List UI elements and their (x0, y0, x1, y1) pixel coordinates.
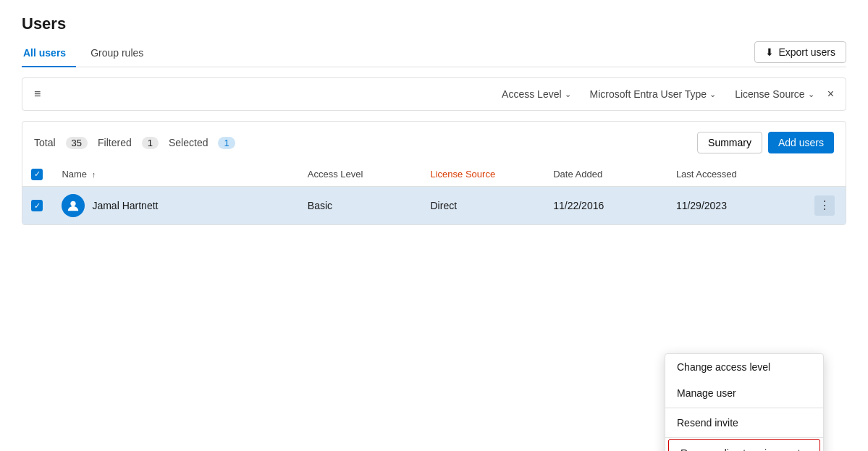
users-table: ✓ Name ↑ Access Level License Source Da (22, 162, 846, 224)
total-count: 35 (66, 137, 88, 149)
filter-bar: ≡ Access Level ⌄ Microsoft Entra User Ty… (22, 77, 846, 111)
page-title: Users (22, 14, 846, 33)
context-menu-divider-1 (665, 408, 823, 408)
table-stats: Total 35 Filtered 1 Selected 1 (34, 137, 235, 149)
date-col-label: Date Added (553, 169, 602, 180)
license-col-label: License Source (431, 169, 496, 180)
table-section: Total 35 Filtered 1 Selected 1 Summary A… (22, 121, 846, 225)
total-label: Total (34, 137, 56, 148)
filtered-count: 1 (142, 137, 159, 149)
row-license-cell: Direct (422, 186, 545, 224)
filtered-label: Filtered (98, 137, 132, 148)
column-headers: ✓ Name ↑ Access Level License Source Da (22, 162, 846, 186)
close-filter-icon[interactable]: × (827, 88, 834, 101)
name-column-header[interactable]: Name ↑ (53, 162, 298, 186)
context-menu-item-remove-direct[interactable]: Remove direct assignments (668, 439, 820, 451)
row-last-accessed-cell: 11/29/2023 (667, 186, 806, 224)
selected-label: Selected (169, 137, 208, 148)
license-source-chevron: ⌄ (808, 90, 814, 99)
filter-icon[interactable]: ≡ (34, 88, 41, 101)
table-body: ✓ Jamal Hartnett (22, 186, 846, 224)
tab-group-rules[interactable]: Group rules (89, 41, 153, 67)
context-menu-item-change-access[interactable]: Change access level (665, 354, 823, 380)
row-checkbox[interactable]: ✓ (31, 200, 43, 211)
row-name-cell: Jamal Hartnett (53, 186, 298, 224)
row-date-cell: 11/22/2016 (544, 186, 667, 224)
filter-dropdowns: Access Level ⌄ Microsoft Entra User Type… (496, 85, 834, 103)
tab-all-users[interactable]: All users (22, 41, 76, 67)
export-icon: ⬇ (765, 46, 774, 58)
context-menu-item-manage-user[interactable]: Manage user (665, 380, 823, 406)
filter-left: ≡ (34, 88, 41, 101)
context-menu-item-resend-invite[interactable]: Resend invite (665, 410, 823, 436)
table-actions: Summary Add users (697, 132, 834, 153)
entra-type-dropdown[interactable]: Microsoft Entra User Type ⌄ (584, 85, 722, 103)
name-col-label: Name (62, 169, 87, 180)
last-accessed-column-header[interactable]: Last Accessed (667, 162, 806, 186)
license-source-column-header[interactable]: License Source (422, 162, 545, 186)
context-menu: Change access level Manage user Resend i… (665, 353, 824, 451)
export-label: Export users (778, 46, 835, 58)
row-actions-button[interactable]: ⋮ (814, 195, 835, 216)
access-level-column-header[interactable]: Access Level (299, 162, 422, 186)
table-head: ✓ Name ↑ Access Level License Source Da (22, 162, 846, 186)
access-level-chevron: ⌄ (565, 90, 571, 99)
entra-type-label: Microsoft Entra User Type (590, 88, 707, 100)
table-row: ✓ Jamal Hartnett (22, 186, 846, 224)
context-menu-divider-2 (665, 437, 823, 438)
summary-button[interactable]: Summary (697, 132, 762, 153)
selected-count: 1 (218, 137, 235, 149)
avatar (62, 194, 85, 217)
tabs-row: All users Group rules ⬇ Export users (22, 41, 846, 67)
row-actions-header (806, 162, 846, 186)
add-users-button[interactable]: Add users (768, 132, 834, 153)
access-col-label: Access Level (308, 169, 363, 180)
license-source-dropdown[interactable]: License Source ⌄ (729, 85, 820, 103)
select-all-checkbox[interactable]: ✓ (31, 169, 43, 180)
row-actions-cell: ⋮ (806, 186, 846, 224)
access-level-label: Access Level (502, 88, 561, 100)
table-header-row: Total 35 Filtered 1 Selected 1 Summary A… (22, 132, 846, 162)
row-check-icon: ✓ (34, 201, 41, 211)
date-added-column-header[interactable]: Date Added (544, 162, 667, 186)
name-sort-icon: ↑ (92, 170, 96, 179)
check-icon: ✓ (34, 169, 41, 179)
user-name: Jamal Hartnett (92, 200, 158, 211)
page-container: Users All users Group rules ⬇ Export use… (0, 0, 868, 451)
user-cell: Jamal Hartnett (62, 194, 290, 217)
entra-type-chevron: ⌄ (709, 90, 716, 99)
select-all-header[interactable]: ✓ (22, 162, 53, 186)
row-checkbox-cell[interactable]: ✓ (22, 186, 53, 224)
license-source-label: License Source (735, 88, 805, 100)
svg-point-0 (71, 201, 76, 206)
access-level-dropdown[interactable]: Access Level ⌄ (496, 85, 576, 103)
three-dots-icon: ⋮ (819, 198, 830, 212)
last-col-label: Last Accessed (676, 169, 737, 180)
tabs-left: All users Group rules (22, 41, 167, 67)
export-users-button[interactable]: ⬇ Export users (754, 41, 846, 63)
row-access-cell: Basic (299, 186, 422, 224)
